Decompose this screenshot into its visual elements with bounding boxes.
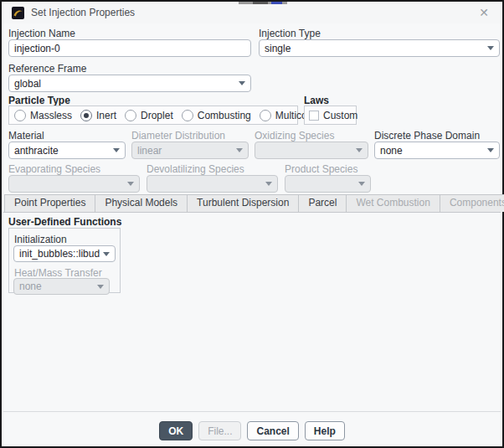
heat-mass-transfer-label: Heat/Mass Transfer bbox=[14, 267, 102, 279]
reference-frame-value: global bbox=[14, 78, 235, 90]
radio-combusting[interactable]: Combusting bbox=[182, 110, 251, 121]
material-label: Material bbox=[8, 130, 44, 142]
devolatilizing-species-label: Devolatilizing Species bbox=[147, 163, 244, 175]
injection-type-dropdown[interactable]: single bbox=[259, 39, 500, 57]
chevron-down-icon bbox=[236, 148, 243, 152]
radio-droplet-label: Droplet bbox=[141, 110, 173, 121]
chevron-down-icon bbox=[358, 182, 365, 186]
tab-point-properties[interactable]: Point Properties bbox=[4, 194, 95, 212]
radio-droplet[interactable]: Droplet bbox=[125, 110, 173, 121]
injection-type-value: single bbox=[265, 43, 484, 54]
diameter-distribution-value: linear bbox=[137, 145, 233, 157]
chevron-down-icon bbox=[239, 81, 245, 85]
injection-type-label: Injection Type bbox=[259, 28, 321, 39]
diameter-distribution-label: Diameter Distribution bbox=[131, 130, 225, 142]
chevron-down-icon bbox=[487, 46, 494, 50]
radio-inert-label: Inert bbox=[96, 110, 116, 121]
devolatilizing-species-dropdown bbox=[147, 175, 278, 193]
oxidizing-species-label: Oxidizing Species bbox=[255, 130, 334, 142]
radio-circle-icon bbox=[125, 110, 136, 121]
radio-combusting-label: Combusting bbox=[198, 110, 251, 121]
fluent-app-icon bbox=[12, 7, 24, 19]
diameter-distribution-dropdown: linear bbox=[131, 142, 249, 159]
radio-circle-icon bbox=[14, 110, 26, 121]
ok-button[interactable]: OK bbox=[159, 421, 193, 440]
injection-name-label: Injection Name bbox=[8, 28, 75, 39]
tab-bar: Point Properties Physical Models Turbule… bbox=[3, 193, 501, 213]
tab-components: Components bbox=[440, 194, 504, 212]
heat-mass-transfer-dropdown: none bbox=[13, 278, 110, 295]
radio-circle-icon bbox=[260, 110, 271, 121]
udf-groupbox: Initialization init_bubbles::libudf Heat… bbox=[8, 228, 121, 293]
discrete-phase-domain-value: none bbox=[380, 145, 484, 157]
laws-label: Laws bbox=[304, 95, 329, 106]
radio-inert[interactable]: Inert bbox=[80, 110, 116, 121]
discrete-phase-domain-label: Discrete Phase Domain bbox=[374, 130, 480, 142]
material-value: anthracite bbox=[14, 145, 110, 157]
evaporating-species-dropdown bbox=[8, 175, 140, 193]
radio-massless-label: Massless bbox=[30, 110, 72, 121]
particle-type-group: Massless Inert Droplet Combusting Multic… bbox=[8, 106, 298, 125]
background-window-sliver-dark bbox=[253, 2, 268, 4]
injection-name-input[interactable] bbox=[8, 39, 251, 57]
material-dropdown[interactable]: anthracite bbox=[8, 142, 126, 159]
chevron-down-icon bbox=[103, 252, 110, 256]
chevron-down-icon bbox=[265, 182, 272, 186]
radio-circle-icon bbox=[182, 110, 193, 121]
set-injection-properties-dialog: Set Injection Properties ✕ Injection Nam… bbox=[0, 0, 504, 448]
tab-parcel[interactable]: Parcel bbox=[298, 194, 347, 212]
particle-type-label: Particle Type bbox=[8, 95, 70, 106]
oxidizing-species-dropdown bbox=[255, 142, 368, 159]
reference-frame-dropdown[interactable]: global bbox=[8, 75, 251, 92]
radio-massless[interactable]: Massless bbox=[14, 110, 72, 121]
title-bar: Set Injection Properties ✕ bbox=[2, 2, 502, 23]
footer-button-row: OK File... Cancel Help bbox=[2, 421, 502, 440]
tab-wet-combustion: Wet Combustion bbox=[346, 194, 440, 212]
background-window-sliver-blue bbox=[271, 2, 282, 4]
tab-turbulent-dispersion[interactable]: Turbulent Dispersion bbox=[187, 194, 299, 212]
evaporating-species-label: Evaporating Species bbox=[8, 163, 100, 175]
help-button[interactable]: Help bbox=[305, 421, 345, 440]
chevron-down-icon bbox=[97, 285, 104, 289]
chevron-down-icon bbox=[127, 182, 134, 186]
chevron-down-icon bbox=[113, 148, 120, 152]
checkbox-icon bbox=[309, 111, 319, 121]
initialization-value: init_bubbles::libudf bbox=[19, 248, 100, 260]
window-title: Set Injection Properties bbox=[31, 7, 135, 18]
file-button: File... bbox=[198, 421, 241, 440]
footer-divider bbox=[3, 411, 501, 412]
cancel-button[interactable]: Cancel bbox=[247, 421, 298, 440]
reference-frame-label: Reference Frame bbox=[8, 63, 86, 75]
custom-laws-checkbox[interactable]: Custom bbox=[309, 110, 357, 121]
radio-selected-icon bbox=[80, 110, 92, 121]
discrete-phase-domain-dropdown[interactable]: none bbox=[374, 142, 500, 159]
close-icon[interactable]: ✕ bbox=[476, 5, 491, 20]
initialization-dropdown[interactable]: init_bubbles::libudf bbox=[13, 245, 116, 262]
heat-mass-transfer-value: none bbox=[19, 281, 94, 292]
udf-heading: User-Defined Functions bbox=[8, 216, 121, 228]
initialization-label: Initialization bbox=[14, 234, 67, 245]
chevron-down-icon bbox=[356, 148, 363, 152]
tab-physical-models[interactable]: Physical Models bbox=[95, 194, 188, 212]
laws-group: Custom bbox=[304, 106, 357, 125]
custom-laws-label: Custom bbox=[323, 110, 357, 121]
chevron-down-icon bbox=[487, 148, 494, 152]
product-species-label: Product Species bbox=[285, 163, 357, 175]
product-species-dropdown bbox=[285, 175, 371, 193]
